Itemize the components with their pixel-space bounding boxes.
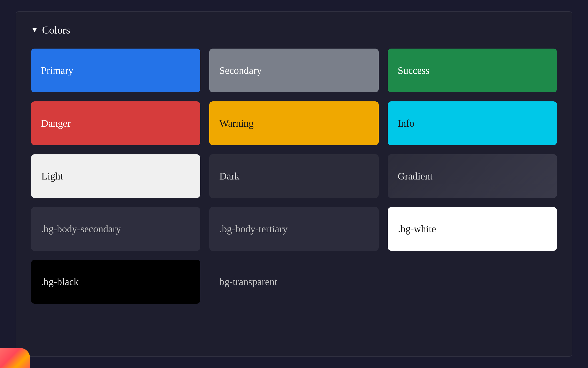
- color-card-bg-body-tertiary[interactable]: .bg-body-tertiary: [209, 207, 378, 251]
- color-label-warning: Warning: [219, 117, 254, 129]
- section-title: Colors: [42, 24, 70, 36]
- color-grid: PrimarySecondarySuccessDangerWarningInfo…: [31, 49, 557, 304]
- chevron-down-icon: ▼: [31, 26, 38, 34]
- color-card-bg-white[interactable]: .bg-white: [388, 207, 557, 251]
- color-card-dark[interactable]: Dark: [209, 154, 378, 198]
- color-card-success[interactable]: Success: [388, 49, 557, 92]
- color-label-bg-transparent: bg-transparent: [219, 276, 277, 288]
- color-card-danger[interactable]: Danger: [31, 101, 200, 145]
- color-card-info[interactable]: Info: [388, 101, 557, 145]
- color-label-secondary: Secondary: [219, 65, 262, 76]
- color-card-light[interactable]: Light: [31, 154, 200, 198]
- color-card-bg-transparent[interactable]: bg-transparent: [209, 260, 378, 304]
- color-label-bg-white: .bg-white: [398, 223, 436, 235]
- color-card-bg-body-secondary[interactable]: .bg-body-secondary: [31, 207, 200, 251]
- color-label-bg-black: .bg-black: [41, 276, 79, 288]
- color-card-primary[interactable]: Primary: [31, 49, 200, 92]
- color-card-bg-black[interactable]: .bg-black: [31, 260, 200, 304]
- color-label-gradient: Gradient: [398, 170, 433, 182]
- color-card-secondary[interactable]: Secondary: [209, 49, 378, 92]
- color-label-bg-body-tertiary: .bg-body-tertiary: [219, 223, 287, 235]
- color-label-primary: Primary: [41, 65, 73, 76]
- color-label-success: Success: [398, 65, 430, 76]
- color-card-gradient[interactable]: Gradient: [388, 154, 557, 198]
- colors-panel: ▼ Colors PrimarySecondarySuccessDangerWa…: [16, 11, 572, 357]
- color-card-warning[interactable]: Warning: [209, 101, 378, 145]
- color-label-light: Light: [41, 170, 63, 182]
- color-label-danger: Danger: [41, 117, 71, 129]
- color-label-bg-body-secondary: .bg-body-secondary: [41, 223, 121, 235]
- color-label-dark: Dark: [219, 170, 239, 182]
- section-header: ▼ Colors: [31, 24, 557, 36]
- color-label-info: Info: [398, 117, 415, 129]
